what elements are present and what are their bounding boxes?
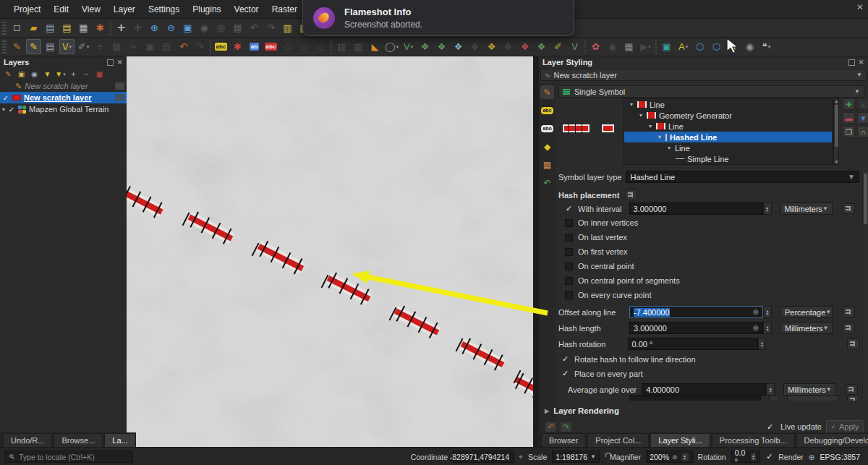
layer-visibility-checkbox[interactable]: ✓ bbox=[8, 106, 15, 114]
symbol-tree-item[interactable]: ▾Line bbox=[624, 99, 832, 110]
data-defined-override-icon[interactable] bbox=[843, 307, 855, 317]
collapse-all-icon[interactable]: − bbox=[81, 69, 92, 80]
scale-select[interactable]: 1:198176▼ bbox=[552, 451, 600, 463]
add-symbol-layer-button[interactable]: ✚ bbox=[843, 98, 855, 110]
magnifier-input[interactable]: 200% ⊗ ▲▼ bbox=[646, 451, 692, 463]
map-canvas[interactable] bbox=[127, 56, 533, 447]
modify-attributes-icon[interactable]: ≡ bbox=[93, 39, 108, 54]
move-down-button[interactable]: ▼ bbox=[857, 112, 868, 124]
render-checkbox[interactable]: ✓ bbox=[765, 452, 773, 461]
right-dock-tab[interactable]: Debugging/Development To... bbox=[796, 433, 868, 447]
toolbar-handle[interactable] bbox=[2, 40, 7, 54]
right-dock-tab[interactable]: Browser bbox=[541, 433, 586, 447]
pan-map-icon[interactable]: ✛ bbox=[114, 20, 129, 35]
hash-length-input[interactable]: 3.000000 ⊗ bbox=[629, 322, 763, 334]
chevron-right-icon[interactable]: ▶ bbox=[545, 408, 549, 414]
float-panel-icon[interactable] bbox=[107, 59, 114, 66]
select-polygon-icon[interactable]: ⬡ bbox=[692, 39, 707, 54]
tab-3d-view[interactable]: ◆ bbox=[540, 140, 554, 153]
average-angle-stepper[interactable]: ▲▼ bbox=[766, 383, 775, 396]
styling-layer-select[interactable]: ∿ New scratch layer ▼ bbox=[540, 69, 867, 81]
menu-view[interactable]: View bbox=[75, 0, 107, 19]
rotate-feature-icon[interactable]: ❖ bbox=[484, 39, 499, 54]
data-defined-override-icon[interactable] bbox=[843, 203, 855, 214]
offset-curve-icon[interactable]: ✐ bbox=[550, 39, 566, 54]
save-layer-edits-icon[interactable]: ▤ bbox=[43, 39, 58, 54]
select-freehand-icon[interactable]: ⬡ bbox=[709, 39, 724, 54]
tab-masks[interactable]: abo bbox=[540, 121, 554, 135]
expand-icon[interactable]: ▾ bbox=[657, 134, 663, 140]
toolbar-handle[interactable] bbox=[2, 22, 7, 35]
close-icon[interactable]: ✕ bbox=[856, 2, 864, 12]
tab-diagrams[interactable]: ▦ bbox=[540, 158, 554, 171]
right-dock-tab[interactable]: Processing Toolb... bbox=[712, 433, 795, 447]
zoom-in-icon[interactable]: ⊕ bbox=[147, 20, 162, 35]
tab-symbology[interactable]: ✎ bbox=[540, 85, 554, 99]
hash-rotation-input[interactable]: 0.00 ° bbox=[628, 338, 758, 350]
live-update-checkbox[interactable]: ✓ bbox=[766, 422, 774, 432]
filter-expression-icon[interactable]: ▼▾ bbox=[55, 69, 66, 80]
menu-vector[interactable]: Vector bbox=[228, 0, 265, 19]
menu-settings[interactable]: Settings bbox=[142, 0, 186, 19]
layer-item[interactable]: ✓New scratch layer bbox=[0, 92, 127, 103]
left-dock-tab[interactable]: Undo/R... bbox=[3, 433, 52, 447]
clear-icon[interactable]: ⊗ bbox=[753, 308, 759, 316]
select-radius-icon[interactable]: ◯▾ bbox=[384, 39, 399, 54]
favorites-icon[interactable]: ★ bbox=[726, 39, 741, 54]
manage-themes-icon[interactable]: ◉ bbox=[29, 69, 40, 80]
simplify-feature-icon[interactable]: ❖ bbox=[501, 39, 516, 54]
right-dock-tab[interactable]: Project Col... bbox=[587, 433, 649, 447]
symbol-tree-item[interactable]: ▾Line bbox=[624, 142, 832, 153]
data-defined-override-icon[interactable] bbox=[846, 384, 858, 395]
reshape-features-icon[interactable]: ❖ bbox=[417, 39, 433, 54]
cut-features-icon[interactable]: ✂ bbox=[126, 39, 141, 54]
remove-layer-icon[interactable]: ▦ bbox=[94, 69, 105, 80]
vertex-tool-icon[interactable]: V▾ bbox=[59, 39, 75, 54]
layer-item[interactable]: ▾✓Mapzen Global Terrain bbox=[0, 103, 127, 115]
symbol-tree-item[interactable]: ▾Line bbox=[624, 121, 832, 132]
new-print-layout-icon[interactable]: ▦ bbox=[76, 20, 91, 35]
field-calculator-icon[interactable]: ▥ bbox=[351, 39, 366, 54]
hash-length-unit-select[interactable]: Millimeters▼ bbox=[780, 322, 833, 334]
redo-style-button[interactable]: ↷ bbox=[560, 422, 572, 432]
fill-ring-icon[interactable]: ❖ bbox=[534, 39, 549, 54]
symbol-layer-type-select[interactable]: Hashed Line ▼ bbox=[626, 171, 859, 183]
data-defined-override-icon[interactable] bbox=[847, 338, 859, 349]
zoom-last-icon[interactable]: ↶ bbox=[247, 20, 262, 35]
add-bookmark-icon[interactable]: ◉ bbox=[742, 39, 757, 54]
close-panel-icon[interactable]: ✕ bbox=[116, 59, 123, 66]
open-layer-styling-icon[interactable]: ✎ bbox=[3, 69, 14, 80]
panel-splitter[interactable] bbox=[533, 56, 539, 447]
average-angle-input[interactable]: 4.000000 bbox=[642, 383, 766, 396]
symbol-tree-item[interactable]: ▾Geometry Generator bbox=[624, 110, 832, 121]
data-defined-override-icon[interactable] bbox=[843, 323, 855, 333]
data-defined-override-icon[interactable] bbox=[625, 189, 637, 200]
move-label-icon[interactable]: ◇ bbox=[280, 39, 295, 54]
rotate-hash-checkbox[interactable]: ✓ bbox=[561, 354, 569, 364]
save-project-as-icon[interactable]: ▤ bbox=[59, 20, 75, 35]
layers-ok-icon[interactable]: ▣ bbox=[659, 39, 674, 54]
expand-icon[interactable]: ▾ bbox=[629, 101, 634, 108]
copy-features-icon[interactable]: ▣ bbox=[142, 39, 158, 54]
digitize-dropdown-icon[interactable]: ✐▾ bbox=[76, 39, 91, 54]
placement-checkbox[interactable] bbox=[565, 277, 573, 285]
offset-along-line-input[interactable]: -7.400000 ⊗ bbox=[629, 306, 763, 318]
clear-icon[interactable]: ⊗ bbox=[672, 453, 678, 461]
placement-checkbox[interactable] bbox=[565, 234, 573, 242]
move-up-button[interactable]: ▲ bbox=[857, 98, 868, 110]
tab-history[interactable]: ↶ bbox=[540, 176, 554, 189]
temporal-controller-icon[interactable]: ▶▾ bbox=[638, 39, 653, 54]
zoom-to-selection-icon[interactable]: ◉ bbox=[197, 20, 212, 35]
apply-button[interactable]: ✓Apply bbox=[826, 420, 864, 433]
right-dock-tab[interactable]: Layer Styli... bbox=[650, 433, 710, 447]
pin-labels-icon[interactable]: ab bbox=[247, 39, 262, 54]
left-dock-tab[interactable]: Browse... bbox=[54, 433, 103, 447]
expand-icon[interactable]: ▾ bbox=[666, 145, 672, 151]
split-features-icon[interactable]: ❖ bbox=[434, 39, 449, 54]
interval-input[interactable]: 3.000000 bbox=[629, 202, 763, 215]
place-every-part-checkbox[interactable]: ✓ bbox=[561, 369, 569, 378]
split-parts-icon[interactable]: ❖ bbox=[451, 39, 466, 54]
delete-selected-icon[interactable]: ▦ bbox=[109, 39, 124, 54]
zoom-full-icon[interactable]: ▣ bbox=[180, 20, 195, 35]
crs-value[interactable]: EPSG:3857 bbox=[820, 453, 860, 461]
